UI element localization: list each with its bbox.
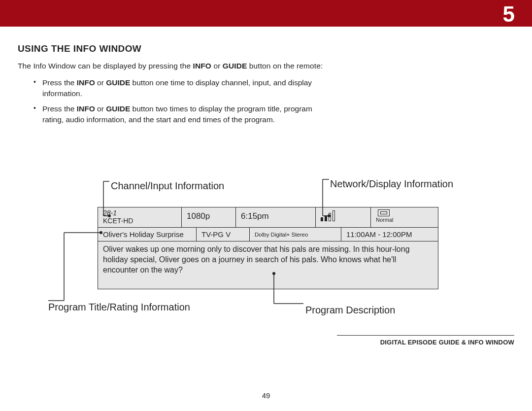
display-mode-text: Normal: [376, 217, 393, 223]
b1-t1: Press the: [42, 78, 77, 87]
b1-guide: GUIDE: [106, 78, 130, 87]
b1-info: INFO: [77, 78, 95, 87]
cell-description: Oliver wakes up one morning only to disc…: [98, 241, 438, 289]
cell-display-mode: Normal: [371, 207, 438, 227]
intro-text-3: button on the remote:: [247, 62, 323, 70]
info-row-2: Oliver's Holiday Surprise TV-PG V Dolby …: [98, 228, 438, 241]
page-number: 49: [0, 391, 532, 400]
b2-t1: Press the: [42, 104, 77, 113]
cell-audio: Dolby Digital+ Stereo: [250, 228, 341, 241]
bullet-list: Press the INFO or GUIDE button one time …: [18, 77, 323, 125]
intro-guide-bold: GUIDE: [223, 62, 247, 70]
cell-time-range: 11:00AM - 12:00PM: [341, 228, 438, 241]
cell-rating: TV-PG V: [197, 228, 250, 241]
b2-info: INFO: [77, 104, 95, 113]
intro-info-bold: INFO: [193, 62, 211, 70]
section-title: USING THE INFO WINDOW: [18, 43, 514, 54]
cell-clock: 6:15pm: [236, 207, 316, 227]
label-program-description: Program Description: [305, 305, 395, 316]
intro-text-1: The Info Window can be displayed by pres…: [18, 62, 193, 70]
b2-t2: or: [95, 104, 106, 113]
b2-guide: GUIDE: [106, 104, 130, 113]
chapter-number: 5: [503, 2, 514, 27]
label-channel-input: Channel/Input Information: [111, 180, 224, 192]
channel-number: 28-1: [103, 209, 176, 217]
signal-bars-icon: [321, 210, 340, 221]
footer-section-label: DIGITAL EPISODE GUIDE & INFO WINDOW: [337, 335, 514, 346]
content-area: USING THE INFO WINDOW The Info Window ca…: [0, 27, 532, 125]
b1-t2: or: [95, 78, 106, 87]
info-row-1: 28-1 KCET-HD 1080p 6:15pm Normal: [98, 207, 438, 228]
intro-paragraph: The Info Window can be displayed by pres…: [18, 61, 323, 71]
cell-program-title: Oliver's Holiday Surprise: [98, 228, 197, 241]
label-network-display: Network/Display Information: [330, 178, 453, 190]
cell-signal: [316, 207, 371, 227]
bullet-item-2: Press the INFO or GUIDE button two times…: [33, 103, 323, 125]
intro-text-2: or: [211, 62, 223, 70]
cell-resolution: 1080p: [182, 207, 236, 227]
chapter-banner: 5: [0, 0, 532, 27]
channel-name: KCET-HD: [103, 217, 176, 225]
cell-channel: 28-1 KCET-HD: [98, 207, 182, 227]
label-program-title: Program Title/Rating Information: [48, 302, 190, 313]
info-window-diagram: Channel/Input Information Network/Displa…: [0, 177, 532, 325]
bullet-item-1: Press the INFO or GUIDE button one time …: [33, 77, 323, 99]
aspect-mode-icon: [378, 209, 390, 216]
info-window-mockup: 28-1 KCET-HD 1080p 6:15pm Normal Oliver'…: [98, 207, 438, 289]
